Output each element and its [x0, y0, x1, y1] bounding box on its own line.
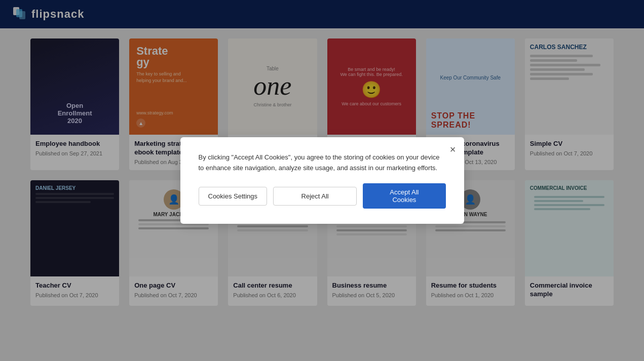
cookie-close-button[interactable]: ×	[450, 144, 456, 154]
cookies-settings-button[interactable]: Cookies Settings	[199, 187, 268, 206]
accept-all-button[interactable]: Accept All Cookies	[363, 183, 445, 209]
cookie-overlay: × By clicking "Accept All Cookies", you …	[0, 0, 644, 361]
cookie-buttons: Cookies Settings Reject All Accept All C…	[199, 183, 446, 209]
cookie-text: By clicking "Accept All Cookies", you ag…	[199, 152, 446, 174]
reject-all-button[interactable]: Reject All	[273, 187, 357, 206]
cookie-banner: × By clicking "Accept All Cookies", you …	[180, 137, 464, 224]
